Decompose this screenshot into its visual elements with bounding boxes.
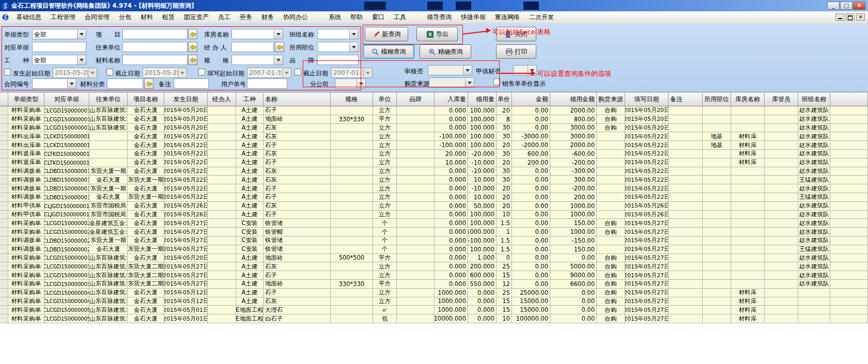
table-row[interactable]: ···材料采购单CLCGD150000003山东百脉建筑:东营大厦二期2015年…: [0, 271, 868, 280]
table-row[interactable]: ···材料调拨单CLDBD150000001东营大厦一期金石大厦2015年05月…: [0, 167, 868, 176]
menu-item[interactable]: 二次开发: [524, 11, 559, 23]
table-row[interactable]: ···材料采购单CLCGD150000003山东百脉建筑:东营大厦二期2015年…: [0, 280, 868, 289]
start-date-checkbox[interactable]: [4, 69, 11, 75]
column-header[interactable]: 对应单据: [44, 92, 89, 106]
sales-price-display-checkbox[interactable]: [493, 78, 500, 85]
menu-item[interactable]: 工程管理: [46, 11, 80, 23]
column-header[interactable]: 经办人: [208, 92, 236, 106]
table-row[interactable]: ···材料出库单CLCKD150000001金石大厦2015年05月22日A土建…: [0, 141, 868, 150]
chevron-down-icon[interactable]: [77, 55, 86, 65]
column-header[interactable]: 单位: [373, 92, 397, 106]
close-window-button[interactable]: ×: [853, 2, 865, 10]
project-lookup-button[interactable]: [188, 29, 197, 39]
column-header[interactable]: 领用金额: [550, 92, 597, 106]
start-date-picker[interactable]: 2015-05-28: [53, 68, 97, 78]
chevron-down-icon[interactable]: [349, 42, 358, 52]
chevron-down-icon[interactable]: [463, 66, 472, 75]
menu-item[interactable]: 领导查询: [422, 11, 456, 23]
ref-bill-input[interactable]: [32, 42, 86, 52]
row-selector[interactable]: ···: [0, 167, 8, 176]
row-selector[interactable]: ···: [0, 159, 8, 167]
chevron-down-icon[interactable]: [88, 68, 97, 77]
chevron-down-icon[interactable]: [349, 29, 358, 39]
chevron-down-icon[interactable]: [274, 29, 283, 39]
fill-end-date-picker[interactable]: 2007-01-31: [331, 68, 373, 78]
row-selector[interactable]: ···: [0, 314, 8, 323]
row-selector[interactable]: ···: [0, 106, 8, 115]
table-row[interactable]: ···材料退库单CLTKD150000001金石大厦2015年05月22日A土建…: [0, 150, 868, 159]
menu-item[interactable]: 财务: [257, 11, 278, 23]
export-button[interactable]: 导出: [416, 27, 458, 41]
column-header[interactable]: [830, 92, 868, 106]
material-class-input[interactable]: [107, 78, 143, 89]
row-selector[interactable]: ···: [0, 115, 8, 124]
row-selector[interactable]: ···: [0, 193, 8, 202]
column-header[interactable]: 规格: [331, 92, 373, 106]
table-row[interactable]: ···材料采购单CLCGD150000004山东百脉建筑:金石大厦2015年05…: [0, 289, 868, 297]
contract-no-combo[interactable]: [32, 78, 76, 89]
bill-type-combo[interactable]: 全部: [32, 29, 86, 39]
menu-item[interactable]: 快捷单据: [456, 11, 490, 23]
column-header[interactable]: 工种: [236, 92, 264, 106]
column-header[interactable]: 单价: [497, 92, 512, 106]
chevron-down-icon[interactable]: [274, 55, 283, 65]
note-input[interactable]: [174, 78, 209, 89]
column-header[interactable]: 库房名称: [731, 92, 765, 106]
row-selector[interactable]: ···: [0, 306, 8, 314]
menu-item[interactable]: 固定资产: [179, 11, 213, 23]
column-header[interactable]: 入库量: [435, 92, 468, 106]
menu-item[interactable]: 工具: [389, 11, 411, 23]
work-type-combo[interactable]: 全部: [32, 55, 86, 65]
row-selector[interactable]: ···: [0, 280, 8, 289]
menu-item[interactable]: 员工: [213, 11, 235, 23]
team-combo[interactable]: [317, 29, 359, 39]
table-row[interactable]: ···材料调拨单CLDBD150000001东营大厦一期金石大厦2015年05月…: [0, 184, 868, 193]
row-selector[interactable]: ···: [0, 254, 8, 263]
chevron-down-icon[interactable]: [363, 68, 372, 77]
column-header[interactable]: 备注: [669, 92, 703, 106]
fill-start-date-checkbox[interactable]: [198, 69, 205, 75]
purchase-source-combo[interactable]: [429, 77, 474, 88]
row-selector[interactable]: ···: [0, 184, 8, 193]
column-header[interactable]: 所用部位: [703, 92, 731, 106]
end-date-checkbox[interactable]: [106, 69, 113, 75]
table-row[interactable]: ···材料调拨单CLDBD150000002东营大厦一期金石大厦2015年05月…: [0, 236, 868, 245]
table-row[interactable]: ···材料采购单CLCGD150000003山东百脉建筑:东营大厦二期2015年…: [0, 262, 868, 271]
row-selector[interactable]: ···: [0, 150, 8, 159]
minimize-button[interactable]: _: [827, 2, 840, 10]
row-selector[interactable]: ···: [0, 124, 8, 133]
menu-item[interactable]: 劳务: [235, 11, 257, 23]
column-header[interactable]: 金额: [512, 92, 550, 106]
material-class-lookup-button[interactable]: [144, 78, 153, 89]
table-row[interactable]: ···材料采购单CLCGD150000005山东百脉建筑:金石大厦2015年05…: [0, 314, 868, 323]
project-input[interactable]: [122, 29, 188, 39]
menu-item[interactable]: 材料: [136, 11, 158, 23]
table-row[interactable]: ···材料采购单CLCGD150000001山东百脉建筑:金石大厦2015年05…: [0, 254, 868, 263]
row-selector[interactable]: ···: [0, 176, 8, 184]
mdi-restore-icon[interactable]: [846, 13, 855, 21]
column-header[interactable]: 填写日期: [625, 92, 669, 106]
column-header[interactable]: 品牌: [397, 92, 435, 106]
column-header[interactable]: 名称: [264, 92, 331, 106]
menu-item[interactable]: 分包: [114, 11, 136, 23]
row-selector[interactable]: ···: [0, 219, 8, 228]
table-row[interactable]: ···材料退库单CLTKD150000001金石大厦2015年05月22日A土建…: [0, 159, 868, 167]
table-row[interactable]: ···材料采购单CLCGD150000001山东百脉建筑:金石大厦2015年05…: [0, 115, 868, 124]
table-row[interactable]: ···材料调拨单CLDBD150000002金石大厦东营大厦一期2015年05月…: [0, 245, 868, 254]
chevron-down-icon[interactable]: [67, 79, 76, 88]
table-row[interactable]: ···材料采购单CLCGD150000001山东百脉建筑:金石大厦2015年05…: [0, 124, 868, 133]
end-date-picker[interactable]: 2015-05-28: [143, 68, 187, 78]
table-row[interactable]: ···材料出库单CLCKD150000001金石大厦2015年05月22日A土建…: [0, 132, 868, 141]
chevron-down-icon[interactable]: [282, 68, 291, 77]
brand-input[interactable]: [317, 55, 359, 65]
chevron-down-icon[interactable]: [357, 79, 365, 88]
column-header[interactable]: 库管员: [765, 92, 798, 106]
warehouse-combo[interactable]: [231, 29, 283, 39]
menu-item[interactable]: 租赁: [158, 11, 179, 23]
column-header[interactable]: [0, 92, 8, 106]
column-header[interactable]: 单据类型: [8, 92, 44, 106]
menu-item[interactable]: 帮助: [346, 11, 367, 23]
row-selector[interactable]: ···: [0, 132, 8, 141]
table-row[interactable]: ···材料采购单CLCGD150000002金星建筑五金:金石大厦2015年05…: [0, 228, 868, 236]
user-bill-no-input[interactable]: [247, 78, 287, 89]
